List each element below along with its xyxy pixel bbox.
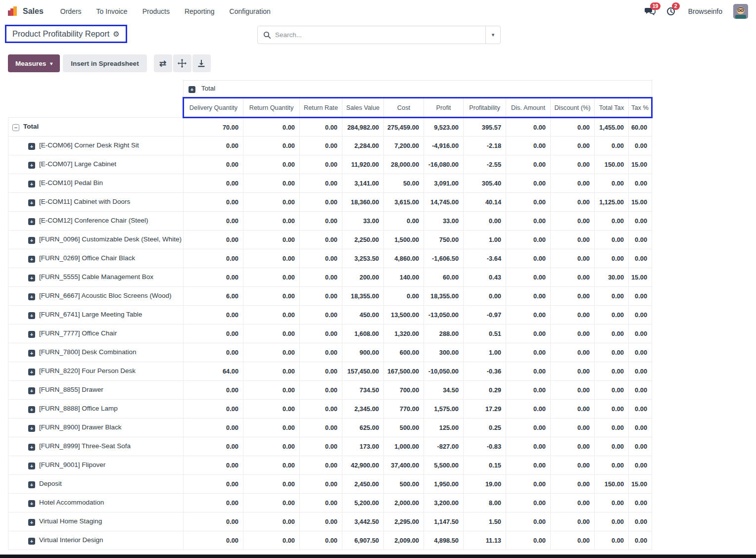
expand-icon[interactable]: + — [28, 199, 35, 206]
messages-icon[interactable]: 19 — [645, 6, 656, 16]
activities-icon[interactable]: 2 — [666, 6, 677, 16]
column-header[interactable]: Return Rate — [300, 98, 342, 118]
search-dropdown-toggle[interactable]: ▾ — [485, 26, 500, 44]
column-header[interactable]: Total Tax — [595, 98, 629, 118]
menu-reporting[interactable]: Reporting — [185, 7, 215, 15]
pivot-cell: 0.00 — [243, 325, 300, 343]
row-label[interactable]: +[FURN_5555] Cable Management Box — [8, 268, 184, 287]
expand-icon[interactable]: + — [28, 538, 35, 545]
expand-icon[interactable]: + — [28, 406, 35, 413]
row-label-text: [FURN_8855] Drawer — [39, 386, 103, 393]
expand-icon[interactable]: + — [28, 162, 35, 169]
expand-icon[interactable]: + — [28, 237, 35, 244]
row-label[interactable]: +[E-COM12] Conference Chair (Steel) — [8, 212, 184, 231]
expand-icon[interactable]: + — [28, 463, 35, 469]
pivot-cell: 150.00 — [595, 155, 629, 174]
expand-icon[interactable]: + — [189, 86, 195, 93]
column-group-header[interactable]: + Total — [184, 81, 652, 98]
column-header[interactable]: Dis. Amount — [506, 98, 551, 118]
row-label[interactable]: +[FURN_8855] Drawer — [8, 381, 184, 400]
menu-configuration[interactable]: Configuration — [230, 7, 271, 15]
row-label[interactable]: +[FURN_7777] Office Chair — [8, 325, 184, 343]
pivot-cell: 0.29 — [464, 381, 506, 400]
expand-icon[interactable]: + — [28, 143, 35, 150]
sales-app-icon[interactable] — [8, 6, 18, 16]
download-button[interactable] — [192, 54, 211, 72]
row-label[interactable]: +Deposit — [8, 475, 184, 494]
pivot-cell: 0.00 — [464, 287, 506, 306]
expand-icon[interactable]: + — [28, 256, 35, 263]
expand-icon[interactable]: + — [28, 444, 35, 451]
row-label[interactable]: +[E-COM11] Cabinet with Doors — [8, 193, 184, 212]
column-header[interactable]: Cost — [384, 98, 424, 118]
row-label[interactable]: +[E-COM07] Large Cabinet — [8, 155, 184, 174]
row-label[interactable]: +[FURN_7800] Desk Combination — [8, 343, 184, 362]
avatar[interactable] — [733, 4, 748, 19]
row-label[interactable]: +[FURN_8220] Four Person Desk — [8, 362, 184, 381]
row-label[interactable]: +[E-COM06] Corner Desk Right Sit — [8, 137, 184, 155]
expand-icon[interactable]: + — [28, 350, 35, 357]
gear-icon[interactable]: ⚙ — [113, 30, 119, 39]
row-label[interactable]: +[FURN_8888] Office Lamp — [8, 400, 184, 418]
expand-icon[interactable]: + — [28, 387, 35, 394]
pivot-cell: 0.00 — [506, 193, 551, 212]
pivot-cell: 750.00 — [424, 231, 464, 249]
row-label-text: [FURN_6741] Large Meeting Table — [39, 311, 142, 318]
row-label[interactable]: +[E-COM10] Pedal Bin — [8, 174, 184, 193]
pivot-cell: 0.00 — [506, 155, 551, 174]
insert-in-spreadsheet-button[interactable]: Insert in Spreadsheet — [63, 54, 146, 72]
column-header[interactable]: Discount (%) — [551, 98, 595, 118]
pivot-cell: 2,009.00 — [384, 531, 424, 550]
expand-icon[interactable]: + — [28, 293, 35, 300]
expand-icon[interactable]: + — [28, 481, 35, 488]
menu-products[interactable]: Products — [142, 7, 170, 15]
pivot-cell: 0.00 — [551, 437, 595, 456]
row-label[interactable]: +[FURN_0096] Customizable Desk (Steel, W… — [8, 231, 184, 249]
row-label[interactable]: +[FURN_6667] Acoustic Bloc Screens (Wood… — [8, 287, 184, 306]
column-header[interactable]: Return Quantity — [243, 98, 300, 118]
column-header[interactable]: Sales Value — [342, 98, 384, 118]
pivot-cell: 0.00 — [629, 400, 652, 418]
pivot-cell: 500.00 — [384, 475, 424, 494]
pivot-cell: 11.13 — [464, 531, 506, 550]
bottom-edge-bar — [0, 555, 756, 558]
expand-icon[interactable]: + — [28, 425, 35, 432]
collapse-icon[interactable]: − — [12, 124, 19, 131]
row-label[interactable]: +[FURN_0269] Office Chair Black — [8, 249, 184, 268]
row-label[interactable]: +Hotel Accommodation — [8, 494, 184, 512]
menu-to-invoice[interactable]: To Invoice — [96, 7, 128, 15]
expand-icon[interactable]: + — [28, 331, 35, 338]
expand-all-button[interactable] — [173, 54, 191, 72]
row-label[interactable]: +[FURN_8900] Drawer Black — [8, 418, 184, 437]
pivot-cell: 0.00 — [551, 400, 595, 418]
measures-button[interactable]: Measures ▾ — [8, 54, 60, 72]
column-header[interactable]: Profitability — [464, 98, 506, 118]
pivot-cell: 0.00 — [300, 231, 342, 249]
expand-icon[interactable]: + — [28, 500, 35, 507]
pivot-cell: -13,050.00 — [424, 306, 464, 325]
pivot-cell: 0.00 — [243, 531, 300, 550]
expand-icon[interactable]: + — [28, 519, 35, 526]
column-header[interactable]: Delivery Quantity — [184, 98, 243, 118]
app-title[interactable]: Sales — [23, 7, 44, 16]
expand-icon[interactable]: + — [28, 369, 35, 375]
row-label[interactable]: +Virtual Home Staging — [8, 512, 184, 531]
row-label[interactable]: +Virtual Interior Design — [8, 531, 184, 550]
expand-icon[interactable]: + — [28, 312, 35, 319]
expand-icon[interactable]: + — [28, 275, 35, 281]
column-header[interactable]: Tax % — [629, 98, 652, 118]
flip-axis-button[interactable]: ⇄ — [154, 54, 172, 72]
row-label[interactable]: +[FURN_6741] Large Meeting Table — [8, 306, 184, 325]
menu-orders[interactable]: Orders — [60, 7, 82, 15]
search-input[interactable] — [275, 31, 485, 39]
pivot-cell: 6,907.50 — [342, 531, 384, 550]
pivot-cell: 0.00 — [184, 306, 243, 325]
expand-icon[interactable]: + — [28, 218, 35, 225]
row-label[interactable]: +[FURN_8999] Three-Seat Sofa — [8, 437, 184, 456]
row-label[interactable]: −Total — [8, 118, 184, 137]
expand-icon[interactable]: + — [28, 181, 35, 187]
column-group-label: Total — [201, 85, 216, 92]
column-header[interactable]: Profit — [424, 98, 464, 118]
user-name[interactable]: Browseinfo — [688, 7, 722, 15]
row-label[interactable]: +[FURN_9001] Flipover — [8, 456, 184, 475]
